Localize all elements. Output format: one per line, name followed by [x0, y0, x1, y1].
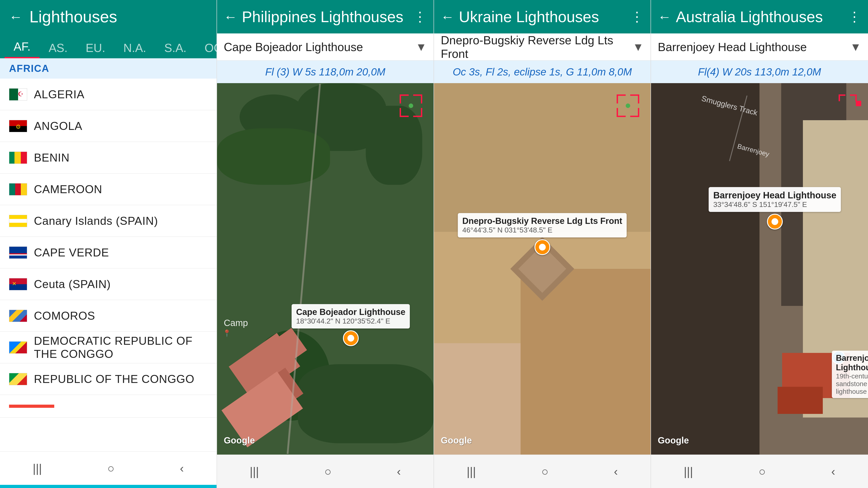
panel-australia: ← Australia Lighthouses ⋮ Barrenjoey Hea…: [651, 0, 868, 488]
ukraine-lighthouse-spec: Oc 3s, Fl 2s, eclipse 1s, G 11,0m 8,0M: [453, 66, 632, 78]
australia-tooltip: Barrenjoey Head Lighthouse 33°34'48.6" S…: [709, 187, 841, 212]
australia-poi-container: 📷 Barrenjoey Lighthouse 19th-century san…: [832, 351, 845, 364]
back-button[interactable]: ←: [9, 9, 23, 25]
ukraine-more-button[interactable]: ⋮: [630, 9, 644, 25]
flag-drc: [9, 341, 27, 354]
ukraine-dropdown-icon[interactable]: ▼: [633, 40, 644, 54]
ukraine-marker-container: [458, 239, 627, 255]
tab-as[interactable]: AS.: [39, 37, 76, 58]
philippines-dropdown-icon[interactable]: ▼: [416, 40, 427, 54]
philippines-title: Philippines Lighthouses: [242, 8, 409, 26]
panel-lighthouses-list: ← Lighthouses AF. AS. EU. N.A. S.A. OCE.…: [0, 0, 217, 488]
philippines-tooltip-name: Cape Bojeador Lighthouse: [296, 307, 405, 317]
scan-overlay: [400, 94, 422, 117]
ukraine-map[interactable]: Dnepro-Bugskiy Reverse Ldg Lts Front 46°…: [434, 83, 651, 455]
nav-back-button[interactable]: ‹: [180, 462, 184, 475]
philippines-tooltip-coords: 18°30'44.2" N 120°35'52.4" E: [296, 317, 405, 325]
australia-lighthouse-name: Barrenjoey Head Lighthouse: [658, 40, 848, 54]
list-item[interactable]: COMOROS: [0, 300, 217, 332]
australia-secondary-poi: 📷 Barrenjoey Lighthouse 19th-century san…: [832, 351, 845, 364]
list-item[interactable]: REPUBLIC OF THE CONGGO: [0, 363, 217, 395]
country-name-benin: BENIN: [34, 151, 70, 164]
country-name-canary: Canary Islands (SPAIN): [34, 215, 158, 228]
philippines-google-label: Google: [224, 435, 255, 446]
australia-back-button[interactable]: ←: [658, 9, 671, 25]
country-name-angola: ANGOLA: [34, 120, 82, 133]
australia-more-button[interactable]: ⋮: [848, 9, 861, 25]
australia-nav-home[interactable]: ○: [758, 465, 766, 478]
flag-ceuta: ✕: [9, 278, 27, 290]
list-header: ← Lighthouses: [0, 0, 217, 33]
ukraine-tooltip-coords: 46°44'3.5" N 031°53'48.5" E: [462, 226, 622, 234]
continent-tabs: AF. AS. EU. N.A. S.A. OCE.: [0, 33, 217, 58]
australia-nav-back[interactable]: ‹: [831, 465, 835, 478]
philippines-lighthouse-name: Cape Bojeador Lighthouse: [224, 40, 413, 54]
ukraine-google-label: Google: [441, 435, 472, 446]
australia-lighthouse-detail: Fl(4) W 20s 113,0m 12,0M: [651, 61, 868, 83]
ukraine-back-button[interactable]: ←: [441, 9, 454, 25]
ukraine-lighthouse-selector[interactable]: Dnepro-Bugskiy Reverse Ldg Lts Front ▼: [434, 33, 651, 61]
flag-republic-congo: [9, 373, 27, 385]
philippines-lighthouse-selector[interactable]: Cape Bojeador Lighthouse ▼: [217, 33, 434, 61]
country-name-ceuta: Ceuta (SPAIN): [34, 278, 111, 291]
ukraine-nav-home[interactable]: ○: [541, 465, 548, 478]
australia-dropdown-icon[interactable]: ▼: [850, 40, 862, 54]
australia-lighthouse-selector[interactable]: Barrenjoey Head Lighthouse ▼: [651, 33, 868, 61]
scan-corner-tr: [413, 94, 422, 103]
philippines-header: ← Philippines Lighthouses ⋮: [217, 0, 434, 33]
australia-main-marker: Barrenjoey Head Lighthouse 33°34'48.6" S…: [709, 187, 841, 230]
dark-terrain: [651, 83, 760, 455]
building-roof-2: [778, 387, 823, 414]
australia-scan-overlay: [839, 94, 857, 112]
tab-eu[interactable]: EU.: [76, 37, 114, 58]
tab-na[interactable]: N.A.: [114, 37, 155, 58]
list-item-partial[interactable]: [0, 395, 217, 418]
australia-lighthouse-spec: Fl(4) W 20s 113,0m 12,0M: [698, 66, 821, 78]
secondary-poi-sub1: 19th-century: [836, 372, 868, 380]
tab-sa[interactable]: S.A.: [155, 37, 195, 58]
list-item[interactable]: ☪ ALGERIA: [0, 78, 217, 110]
philippines-nav-back[interactable]: ‹: [397, 465, 401, 478]
secondary-poi-sub2: sandstone lighthouse: [836, 380, 868, 395]
nav-menu-button[interactable]: |||: [33, 462, 42, 475]
scan-corner-tr: [850, 94, 857, 101]
list-item[interactable]: ✕ Ceuta (SPAIN): [0, 268, 217, 300]
flag-angola: ⚙: [9, 120, 27, 132]
philippines-marker-pin: [343, 330, 359, 346]
list-item[interactable]: DEMOCRATIC REPUBLIC OF THE CONGGO: [0, 332, 217, 363]
philippines-terrain: [217, 83, 434, 455]
list-item[interactable]: Canary Islands (SPAIN): [0, 205, 217, 237]
list-item[interactable]: ⚙ ANGOLA: [0, 110, 217, 142]
scan-corner-tl: [617, 94, 626, 103]
nav-home-button[interactable]: ○: [107, 462, 114, 475]
scan-corner-tr: [630, 94, 639, 103]
bottom-accent-bar: [0, 485, 217, 488]
country-name-cameroon: CAMEROON: [34, 183, 102, 196]
scan-corner-br: [413, 108, 422, 117]
philippines-marker-inner: [347, 335, 354, 341]
ukraine-nav-back[interactable]: ‹: [614, 465, 618, 478]
tab-af[interactable]: AF.: [4, 36, 39, 58]
philippines-nav-menu[interactable]: |||: [250, 465, 259, 478]
secondary-poi-name: Barrenjoey Lighthouse: [836, 353, 868, 372]
ukraine-lighthouse-name: Dnepro-Bugskiy Reverse Ldg Lts Front: [441, 33, 630, 61]
panel-ukraine: ← Ukraine Lighthouses ⋮ Dnepro-Bugskiy R…: [434, 0, 651, 488]
ukraine-terrain: [434, 83, 651, 455]
ukraine-bottom-nav: ||| ○ ‹: [434, 455, 651, 488]
flag-algeria: ☪: [9, 88, 27, 101]
list-item[interactable]: BENIN: [0, 142, 217, 173]
australia-map[interactable]: Smugglers Track Barrenjoey Barrenjoey He…: [651, 83, 868, 455]
australia-marker-inner: [772, 218, 778, 225]
scan-corner-tl: [839, 94, 845, 101]
philippines-back-button[interactable]: ←: [224, 9, 237, 25]
philippines-map[interactable]: Cape Bojeador Lighthouse 18°30'44.2" N 1…: [217, 83, 434, 455]
ukraine-nav-menu[interactable]: |||: [467, 465, 476, 478]
australia-header: ← Australia Lighthouses ⋮: [651, 0, 868, 33]
philippines-nav-home[interactable]: ○: [324, 465, 331, 478]
scan-active-indicator: [856, 101, 861, 106]
philippines-more-button[interactable]: ⋮: [413, 9, 427, 25]
list-item[interactable]: CAPE VERDE: [0, 237, 217, 268]
australia-nav-menu[interactable]: |||: [684, 465, 693, 478]
list-item[interactable]: CAMEROON: [0, 173, 217, 205]
scan-corner-bl: [400, 108, 409, 117]
